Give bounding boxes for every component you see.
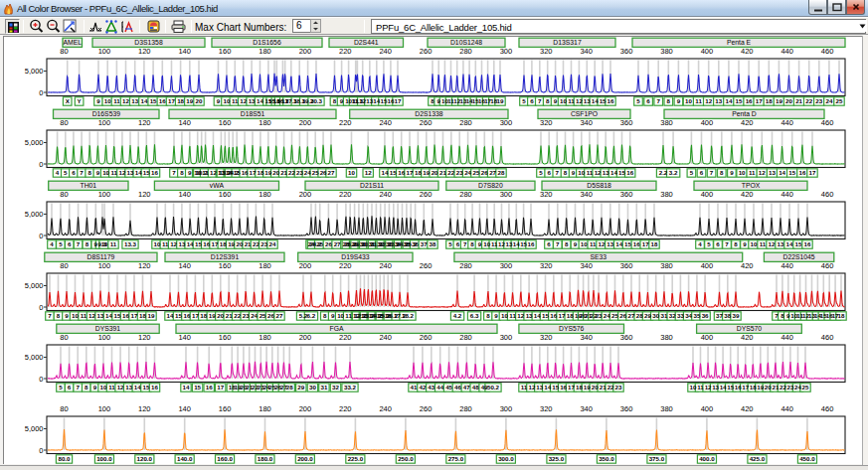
svg-text:16: 16 — [242, 169, 249, 176]
svg-text:20: 20 — [272, 169, 279, 176]
svg-text:80: 80 — [60, 261, 68, 270]
svg-text:6.3: 6.3 — [470, 312, 479, 319]
svg-text:5: 5 — [59, 240, 63, 247]
svg-text:100: 100 — [98, 261, 111, 270]
svg-text:21: 21 — [795, 97, 802, 104]
svg-text:260: 260 — [420, 261, 433, 270]
svg-text:400: 400 — [701, 333, 714, 342]
svg-text:22: 22 — [288, 169, 295, 176]
svg-text:260: 260 — [420, 333, 433, 342]
svg-text:300: 300 — [500, 47, 513, 56]
svg-text:4: 4 — [698, 240, 702, 247]
svg-text:320: 320 — [540, 333, 553, 342]
svg-text:25: 25 — [802, 384, 809, 391]
svg-text:28: 28 — [286, 384, 293, 391]
svg-text:5: 5 — [59, 384, 63, 391]
svg-text:18.2: 18.2 — [402, 312, 415, 319]
svg-text:7: 7 — [80, 169, 84, 176]
svg-text:200: 200 — [299, 118, 312, 127]
svg-text:400.0: 400.0 — [699, 455, 715, 462]
svg-text:100: 100 — [98, 190, 111, 199]
svg-text:13: 13 — [505, 240, 512, 247]
svg-text:17: 17 — [217, 384, 224, 391]
svg-text:140: 140 — [178, 118, 191, 127]
svg-text:16: 16 — [183, 312, 190, 319]
svg-text:7: 7 — [463, 240, 467, 247]
svg-text:23: 23 — [786, 384, 793, 391]
svg-text:50.2: 50.2 — [487, 384, 500, 391]
svg-text:12: 12 — [498, 240, 505, 247]
svg-text:21: 21 — [280, 169, 287, 176]
svg-text:9: 9 — [677, 97, 681, 104]
svg-text:D3S1358: D3S1358 — [134, 39, 163, 46]
svg-text:15: 15 — [142, 384, 149, 391]
svg-text:9: 9 — [93, 384, 97, 391]
svg-text:25: 25 — [312, 169, 319, 176]
svg-text:12: 12 — [117, 384, 124, 391]
svg-text:120: 120 — [138, 261, 151, 270]
svg-text:5,000: 5,000 — [25, 67, 44, 76]
svg-text:19: 19 — [423, 169, 430, 176]
svg-text:16: 16 — [206, 384, 213, 391]
svg-text:15: 15 — [736, 97, 743, 104]
svg-text:375.0: 375.0 — [649, 455, 665, 462]
svg-text:11: 11 — [749, 169, 756, 176]
svg-text:15: 15 — [194, 384, 201, 391]
svg-text:280: 280 — [459, 261, 472, 270]
svg-text:240: 240 — [379, 118, 392, 127]
svg-text:D18S51: D18S51 — [241, 110, 265, 117]
svg-text:11: 11 — [587, 169, 594, 176]
svg-text:10: 10 — [501, 312, 508, 319]
svg-text:33: 33 — [677, 312, 684, 319]
svg-text:19: 19 — [776, 97, 782, 104]
svg-text:220: 220 — [339, 118, 352, 127]
svg-text:10: 10 — [581, 240, 588, 247]
svg-text:5: 5 — [690, 169, 694, 176]
svg-text:22: 22 — [780, 384, 786, 391]
svg-text:8: 8 — [180, 169, 184, 176]
svg-text:18: 18 — [567, 312, 574, 319]
svg-text:22: 22 — [447, 169, 454, 176]
svg-text:400: 400 — [701, 404, 714, 413]
svg-text:19: 19 — [228, 240, 235, 247]
svg-text:18: 18 — [257, 169, 263, 176]
svg-text:460: 460 — [821, 118, 834, 127]
svg-text:DYS570: DYS570 — [737, 325, 763, 332]
svg-text:11: 11 — [760, 240, 767, 247]
svg-text:15: 15 — [727, 384, 734, 391]
svg-text:27: 27 — [628, 312, 635, 319]
svg-text:10: 10 — [104, 97, 111, 104]
svg-text:16: 16 — [798, 169, 805, 176]
svg-text:80: 80 — [60, 404, 68, 413]
svg-text:39: 39 — [733, 312, 740, 319]
svg-text:17: 17 — [212, 240, 219, 247]
svg-text:160: 160 — [219, 47, 232, 56]
svg-text:TH01: TH01 — [80, 182, 96, 189]
svg-text:30: 30 — [652, 312, 659, 319]
svg-text:440: 440 — [781, 47, 793, 56]
svg-text:8: 8 — [486, 312, 490, 319]
svg-text:120.0: 120.0 — [137, 455, 153, 462]
svg-text:380: 380 — [660, 333, 673, 342]
svg-text:340: 340 — [580, 333, 593, 342]
svg-text:12: 12 — [118, 169, 125, 176]
svg-text:12: 12 — [705, 97, 712, 104]
svg-text:11: 11 — [491, 240, 498, 247]
svg-text:42: 42 — [419, 384, 426, 391]
svg-text:D13S317: D13S317 — [553, 39, 582, 46]
svg-text:17: 17 — [756, 97, 763, 104]
svg-text:17: 17 — [168, 97, 175, 104]
svg-text:6: 6 — [68, 384, 72, 391]
svg-text:400: 400 — [701, 261, 714, 270]
svg-text:9: 9 — [188, 169, 192, 176]
svg-text:10: 10 — [483, 240, 490, 247]
svg-text:180: 180 — [259, 333, 271, 342]
svg-text:11: 11 — [345, 312, 352, 319]
svg-text:30: 30 — [309, 384, 316, 391]
svg-text:Penta E: Penta E — [727, 39, 752, 46]
svg-text:260: 260 — [420, 118, 433, 127]
svg-text:425.0: 425.0 — [750, 455, 766, 462]
svg-text:5,000: 5,000 — [25, 281, 44, 290]
svg-text:9: 9 — [572, 169, 576, 176]
svg-text:16: 16 — [122, 312, 129, 319]
